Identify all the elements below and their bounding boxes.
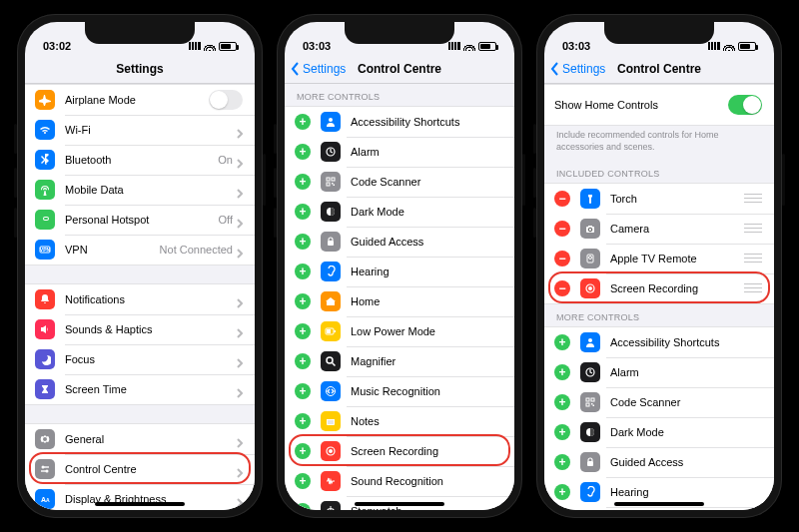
row-home[interactable]: +Home bbox=[285, 286, 514, 316]
row-alarm[interactable]: +Alarm bbox=[544, 357, 774, 387]
add-button[interactable]: + bbox=[295, 144, 311, 160]
add-button[interactable]: + bbox=[295, 413, 311, 429]
add-button[interactable]: + bbox=[295, 234, 311, 250]
content[interactable]: MORE CONTROLS+Accessibility Shortcuts+Al… bbox=[285, 84, 514, 510]
row-label: Accessibility Shortcuts bbox=[351, 116, 502, 128]
chevron-icon bbox=[237, 494, 243, 504]
ear-icon bbox=[321, 262, 341, 281]
row-low-power[interactable]: +Low Power Mode bbox=[285, 316, 514, 346]
row-hearing[interactable]: +Hearing bbox=[285, 257, 514, 286]
row-dark-mode[interactable]: +Dark Mode bbox=[544, 417, 774, 447]
add-button[interactable]: + bbox=[554, 364, 570, 380]
add-button[interactable]: + bbox=[295, 174, 311, 190]
add-button[interactable]: + bbox=[295, 353, 311, 369]
add-button[interactable]: + bbox=[295, 293, 311, 309]
row-screen-recording-inc[interactable]: −Screen Recording bbox=[544, 273, 774, 303]
row-alarm[interactable]: +Alarm bbox=[285, 137, 514, 167]
notch bbox=[345, 22, 454, 44]
drag-handle[interactable] bbox=[744, 194, 762, 204]
row-camera[interactable]: −Camera bbox=[544, 214, 774, 244]
remove-button[interactable]: − bbox=[554, 280, 570, 296]
add-button[interactable]: + bbox=[295, 264, 311, 279]
add-button[interactable]: + bbox=[295, 114, 311, 130]
add-button[interactable]: + bbox=[295, 204, 311, 220]
content[interactable]: Airplane ModeWi-FiBluetoothOnMobile Data… bbox=[25, 84, 255, 510]
add-button[interactable]: + bbox=[295, 443, 311, 459]
row-label: Dark Mode bbox=[610, 426, 762, 438]
add-button[interactable]: + bbox=[295, 323, 311, 339]
row-wifi[interactable]: Wi-Fi bbox=[25, 115, 255, 145]
drag-handle[interactable] bbox=[744, 254, 762, 264]
soundrec-icon bbox=[321, 471, 341, 491]
screen: 03:03 SettingsControl Centre MORE CONTRO… bbox=[285, 22, 514, 510]
chevron-icon bbox=[237, 215, 243, 225]
signal-icon bbox=[448, 41, 460, 52]
row-code-scanner[interactable]: +Code Scanner bbox=[544, 387, 774, 417]
row-bluetooth[interactable]: BluetoothOn bbox=[25, 145, 255, 175]
row-code-scanner[interactable]: +Code Scanner bbox=[285, 167, 514, 197]
remove-button[interactable]: − bbox=[554, 191, 570, 207]
drag-handle[interactable] bbox=[744, 283, 762, 293]
wifi-icon bbox=[723, 42, 735, 51]
home-indicator[interactable] bbox=[355, 502, 444, 506]
add-button[interactable]: + bbox=[554, 484, 570, 500]
back-button[interactable]: Settings bbox=[291, 62, 346, 76]
row-guided-access[interactable]: +Guided Access bbox=[285, 227, 514, 257]
row-focus[interactable]: Focus bbox=[25, 344, 255, 374]
toggle[interactable] bbox=[728, 95, 762, 115]
add-button[interactable]: + bbox=[295, 503, 311, 510]
add-button[interactable]: + bbox=[295, 383, 311, 399]
phone-3: 03:03 SettingsControl Centre Show Home C… bbox=[536, 14, 782, 518]
stopwatch-icon bbox=[321, 501, 341, 510]
row-hotspot[interactable]: Personal HotspotOff bbox=[25, 205, 255, 235]
row-dark-mode[interactable]: +Dark Mode bbox=[285, 197, 514, 227]
add-button[interactable]: + bbox=[554, 394, 570, 410]
row-label: Screen Recording bbox=[351, 445, 502, 457]
section-header: INCLUDED CONTROLS bbox=[544, 161, 774, 183]
row-home[interactable]: +Home bbox=[544, 507, 774, 510]
drag-handle[interactable] bbox=[744, 224, 762, 234]
row-mobile-data[interactable]: Mobile Data bbox=[25, 175, 255, 205]
row-display[interactable]: Display & Brightness bbox=[25, 484, 255, 510]
row-sound-recognition[interactable]: +Sound Recognition bbox=[285, 466, 514, 496]
row-airplane[interactable]: Airplane Mode bbox=[25, 85, 255, 115]
row-screen-recording[interactable]: +Screen Recording bbox=[285, 436, 514, 466]
row-a11y-shortcuts[interactable]: +Accessibility Shortcuts bbox=[285, 107, 514, 137]
notch bbox=[85, 22, 195, 44]
row-a11y-shortcuts[interactable]: +Accessibility Shortcuts bbox=[544, 327, 774, 357]
row-sounds[interactable]: Sounds & Haptics bbox=[25, 314, 255, 344]
row-notes[interactable]: +Notes bbox=[285, 406, 514, 436]
clock: 03:03 bbox=[562, 40, 590, 52]
settings-group: −Torch−Camera−Apple TV Remote−Screen Rec… bbox=[544, 183, 774, 304]
add-button[interactable]: + bbox=[554, 424, 570, 440]
row-general[interactable]: General bbox=[25, 424, 255, 454]
row-notifications[interactable]: Notifications bbox=[25, 284, 255, 314]
airplane-icon bbox=[35, 90, 55, 110]
add-button[interactable]: + bbox=[554, 334, 570, 350]
row-label: Notes bbox=[351, 415, 502, 427]
add-button[interactable]: + bbox=[554, 454, 570, 470]
darkmode-icon bbox=[580, 422, 600, 442]
row-screentime[interactable]: Screen Time bbox=[25, 374, 255, 404]
show-home-controls-row[interactable]: Show Home Controls bbox=[544, 85, 774, 125]
toggle[interactable] bbox=[209, 90, 243, 110]
row-vpn[interactable]: VPNNot Connected bbox=[25, 235, 255, 265]
vpn-icon bbox=[35, 240, 55, 260]
row-control-centre[interactable]: Control Centre bbox=[25, 454, 255, 484]
moon-icon bbox=[35, 349, 55, 369]
content[interactable]: Show Home Controls Include recommended c… bbox=[544, 84, 774, 510]
chevron-icon bbox=[237, 185, 243, 195]
row-guided-access[interactable]: +Guided Access bbox=[544, 447, 774, 477]
home-indicator[interactable] bbox=[95, 502, 185, 506]
remove-button[interactable]: − bbox=[554, 251, 570, 266]
row-appletv[interactable]: −Apple TV Remote bbox=[544, 244, 774, 273]
row-torch[interactable]: −Torch bbox=[544, 184, 774, 214]
switches-icon bbox=[35, 459, 55, 479]
home-indicator[interactable] bbox=[614, 502, 704, 506]
row-music-recognition[interactable]: +Music Recognition bbox=[285, 376, 514, 406]
remove-button[interactable]: − bbox=[554, 221, 570, 237]
back-button[interactable]: Settings bbox=[550, 62, 605, 76]
status-icons bbox=[448, 41, 496, 52]
add-button[interactable]: + bbox=[295, 473, 311, 489]
row-magnifier[interactable]: +Magnifier bbox=[285, 346, 514, 376]
